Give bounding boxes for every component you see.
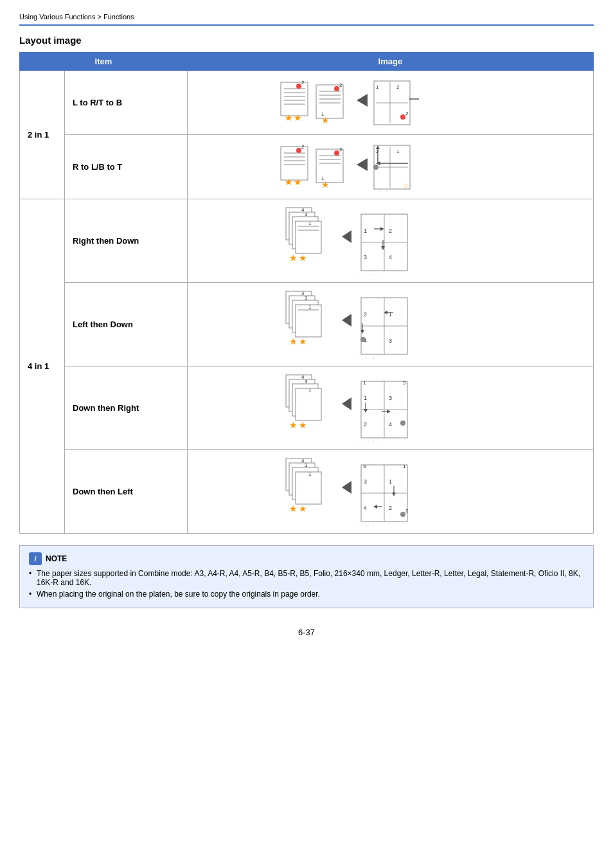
svg-text:☆: ☆ [363, 523, 369, 526]
svg-text:☆: ☆ [363, 273, 369, 275]
table-row: Down then Right 4 3 2 1 ★ ★ [20, 366, 594, 450]
col-header-image: Image [187, 53, 593, 71]
svg-marker-47 [357, 158, 368, 171]
svg-text:2: 2 [389, 505, 392, 511]
svg-text:★: ★ [299, 503, 307, 514]
svg-text:☆: ☆ [371, 523, 377, 526]
svg-text:2: 2 [405, 111, 409, 116]
svg-text:2: 2 [364, 421, 367, 428]
group-label-2in1: 2 in 1 [20, 71, 65, 199]
svg-text:★: ★ [289, 336, 298, 347]
svg-marker-163 [342, 481, 351, 494]
table-row: Down then Left 4 3 2 1 ★ ★ [20, 450, 594, 534]
svg-text:4: 4 [364, 505, 367, 511]
svg-text:2: 2 [405, 508, 409, 514]
svg-rect-10 [316, 85, 343, 118]
svg-point-43 [334, 150, 339, 156]
svg-text:★: ★ [294, 113, 302, 123]
image-cell-dtr: 4 3 2 1 ★ ★ [187, 366, 593, 450]
svg-point-15 [334, 86, 339, 91]
section-title: Layout image [19, 35, 594, 46]
note-box: i NOTE The paper sizes supported in Comb… [19, 545, 594, 608]
svg-text:3: 3 [389, 338, 392, 344]
layout-table: Item Image 2 in 1 L to R/T to B [19, 52, 594, 534]
svg-marker-19 [357, 94, 368, 107]
item-label-rtd: Right then Down [65, 199, 188, 283]
item-label-lrtb: L to R/T to B [65, 71, 188, 135]
svg-text:2: 2 [364, 311, 367, 318]
svg-text:2: 2 [389, 228, 392, 234]
svg-marker-82 [342, 230, 351, 243]
svg-text:1: 1 [363, 380, 366, 386]
svg-text:2: 2 [339, 82, 342, 88]
svg-text:★: ★ [299, 336, 307, 347]
svg-point-27 [400, 114, 405, 120]
note-icon: i [29, 552, 42, 565]
svg-text:1: 1 [376, 84, 379, 90]
svg-text:1: 1 [321, 111, 324, 117]
svg-text:2: 2 [301, 80, 305, 86]
note-title: i NOTE [29, 552, 584, 565]
image-cell-ltd: 4 3 2 1 ★ ★ [187, 283, 593, 366]
item-label-dtl: Down then Left [65, 450, 188, 534]
svg-text:★: ★ [289, 420, 298, 430]
svg-text:1: 1 [389, 478, 392, 485]
image-cell-dtl: 4 3 2 1 ★ ★ [187, 450, 593, 534]
svg-point-151 [400, 420, 405, 426]
svg-text:1: 1 [321, 176, 324, 181]
svg-point-35 [296, 148, 301, 153]
item-label-rlbt: R to L/B to T [65, 135, 188, 199]
table-row: 2 in 1 L to R/T to B 2 [20, 71, 594, 135]
svg-text:4: 4 [389, 254, 392, 260]
svg-text:★: ★ [299, 253, 307, 263]
svg-marker-109 [342, 314, 351, 327]
item-label-ltd: Left then Down [65, 283, 188, 366]
svg-text:☆: ☆ [371, 440, 377, 442]
svg-point-179 [400, 512, 405, 517]
svg-text:☆: ☆ [363, 440, 369, 442]
breadcrumb: Using Various Functions > Functions [19, 13, 594, 26]
svg-text:☆: ☆ [384, 125, 389, 127]
page-number: 6-37 [19, 628, 594, 637]
svg-text:1: 1 [403, 464, 406, 469]
svg-text:1: 1 [308, 304, 312, 310]
group-label-4in1: 4 in 1 [20, 199, 65, 534]
svg-text:★: ★ [285, 177, 293, 187]
svg-text:3: 3 [403, 380, 406, 386]
svg-text:4: 4 [389, 421, 392, 428]
svg-text:★: ★ [289, 253, 298, 263]
svg-text:★: ★ [289, 503, 298, 514]
svg-text:☆: ☆ [384, 190, 389, 192]
svg-marker-135 [342, 397, 351, 410]
svg-text:3: 3 [364, 478, 367, 485]
table-row: Left then Down 4 3 2 1 [20, 283, 594, 366]
svg-text:1: 1 [396, 149, 400, 154]
image-cell-rlbt: 2 ★ ★ 2 ★ 1 [187, 135, 593, 199]
svg-text:1: 1 [364, 228, 367, 234]
svg-text:3: 3 [389, 395, 392, 401]
svg-text:★: ★ [299, 420, 307, 430]
image-cell-rtd: 4 3 2 [187, 199, 593, 283]
svg-text:☆: ☆ [377, 190, 382, 192]
svg-text:3: 3 [364, 254, 367, 260]
col-header-item: Item [20, 53, 188, 71]
note-item-2: When placing the original on the platen,… [29, 590, 584, 599]
svg-point-123 [360, 337, 366, 342]
svg-text:2: 2 [339, 147, 342, 152]
svg-text:★: ★ [294, 177, 302, 187]
svg-rect-0 [281, 82, 308, 116]
svg-text:1: 1 [308, 221, 312, 226]
svg-text:1: 1 [395, 191, 398, 192]
svg-text:☆: ☆ [403, 182, 409, 189]
svg-text:3: 3 [363, 464, 366, 469]
svg-text:1: 1 [308, 388, 312, 393]
svg-text:2: 2 [301, 144, 305, 150]
svg-text:☆: ☆ [377, 125, 382, 127]
svg-text:☆: ☆ [363, 356, 369, 359]
svg-text:2: 2 [403, 191, 406, 192]
svg-rect-30 [281, 147, 308, 180]
item-label-dtr: Down then Right [65, 366, 188, 450]
table-row: R to L/B to T 2 ★ ★ [20, 135, 594, 199]
svg-point-6 [296, 84, 301, 89]
svg-text:★: ★ [285, 113, 293, 123]
